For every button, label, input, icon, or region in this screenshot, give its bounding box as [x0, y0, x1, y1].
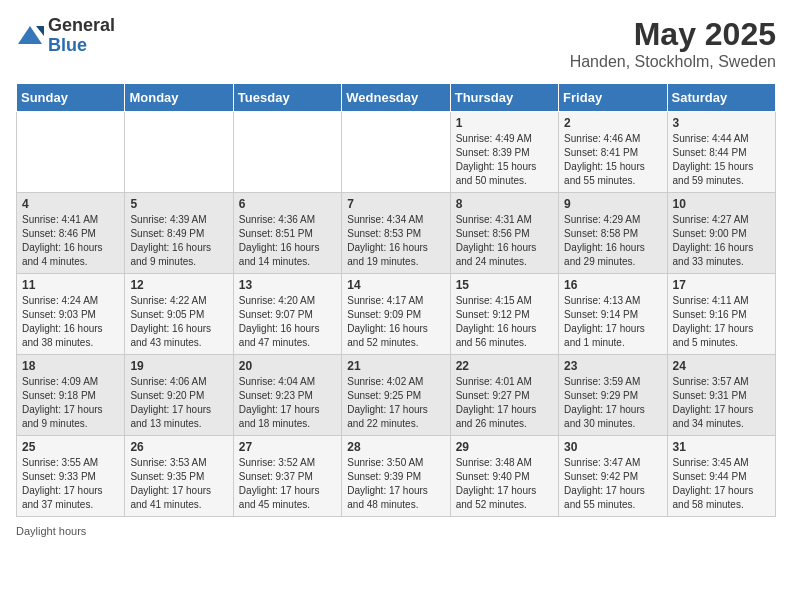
calendar-week-row: 4Sunrise: 4:41 AM Sunset: 8:46 PM Daylig… — [17, 193, 776, 274]
calendar-cell: 14Sunrise: 4:17 AM Sunset: 9:09 PM Dayli… — [342, 274, 450, 355]
logo-general-text: General — [48, 16, 115, 36]
day-number: 13 — [239, 278, 336, 292]
calendar-cell: 24Sunrise: 3:57 AM Sunset: 9:31 PM Dayli… — [667, 355, 775, 436]
day-number: 18 — [22, 359, 119, 373]
cell-content: Sunrise: 4:06 AM Sunset: 9:20 PM Dayligh… — [130, 375, 227, 431]
cell-content: Sunrise: 3:59 AM Sunset: 9:29 PM Dayligh… — [564, 375, 661, 431]
weekday-header-friday: Friday — [559, 84, 667, 112]
day-number: 3 — [673, 116, 770, 130]
calendar-cell: 25Sunrise: 3:55 AM Sunset: 9:33 PM Dayli… — [17, 436, 125, 517]
cell-content: Sunrise: 4:13 AM Sunset: 9:14 PM Dayligh… — [564, 294, 661, 350]
calendar-cell: 19Sunrise: 4:06 AM Sunset: 9:20 PM Dayli… — [125, 355, 233, 436]
weekday-header-row: SundayMondayTuesdayWednesdayThursdayFrid… — [17, 84, 776, 112]
title-block: May 2025 Handen, Stockholm, Sweden — [570, 16, 776, 71]
day-number: 14 — [347, 278, 444, 292]
weekday-header-saturday: Saturday — [667, 84, 775, 112]
weekday-header-monday: Monday — [125, 84, 233, 112]
calendar-cell: 13Sunrise: 4:20 AM Sunset: 9:07 PM Dayli… — [233, 274, 341, 355]
cell-content: Sunrise: 4:31 AM Sunset: 8:56 PM Dayligh… — [456, 213, 553, 269]
logo-icon — [16, 22, 44, 50]
cell-content: Sunrise: 4:36 AM Sunset: 8:51 PM Dayligh… — [239, 213, 336, 269]
calendar-cell: 16Sunrise: 4:13 AM Sunset: 9:14 PM Dayli… — [559, 274, 667, 355]
calendar-cell: 22Sunrise: 4:01 AM Sunset: 9:27 PM Dayli… — [450, 355, 558, 436]
calendar-cell: 1Sunrise: 4:49 AM Sunset: 8:39 PM Daylig… — [450, 112, 558, 193]
cell-content: Sunrise: 4:04 AM Sunset: 9:23 PM Dayligh… — [239, 375, 336, 431]
calendar-cell: 23Sunrise: 3:59 AM Sunset: 9:29 PM Dayli… — [559, 355, 667, 436]
day-number: 6 — [239, 197, 336, 211]
calendar-cell: 15Sunrise: 4:15 AM Sunset: 9:12 PM Dayli… — [450, 274, 558, 355]
calendar-cell — [233, 112, 341, 193]
location-title: Handen, Stockholm, Sweden — [570, 53, 776, 71]
day-number: 4 — [22, 197, 119, 211]
day-number: 28 — [347, 440, 444, 454]
calendar-week-row: 1Sunrise: 4:49 AM Sunset: 8:39 PM Daylig… — [17, 112, 776, 193]
calendar-table: SundayMondayTuesdayWednesdayThursdayFrid… — [16, 83, 776, 517]
cell-content: Sunrise: 4:15 AM Sunset: 9:12 PM Dayligh… — [456, 294, 553, 350]
day-number: 2 — [564, 116, 661, 130]
calendar-cell — [342, 112, 450, 193]
cell-content: Sunrise: 4:11 AM Sunset: 9:16 PM Dayligh… — [673, 294, 770, 350]
day-number: 22 — [456, 359, 553, 373]
day-number: 23 — [564, 359, 661, 373]
cell-content: Sunrise: 3:52 AM Sunset: 9:37 PM Dayligh… — [239, 456, 336, 512]
day-number: 21 — [347, 359, 444, 373]
month-title: May 2025 — [570, 16, 776, 53]
calendar-legend: Daylight hours — [16, 525, 776, 537]
cell-content: Sunrise: 4:20 AM Sunset: 9:07 PM Dayligh… — [239, 294, 336, 350]
calendar-cell: 12Sunrise: 4:22 AM Sunset: 9:05 PM Dayli… — [125, 274, 233, 355]
day-number: 8 — [456, 197, 553, 211]
day-number: 10 — [673, 197, 770, 211]
day-number: 20 — [239, 359, 336, 373]
calendar-week-row: 18Sunrise: 4:09 AM Sunset: 9:18 PM Dayli… — [17, 355, 776, 436]
day-number: 16 — [564, 278, 661, 292]
day-number: 15 — [456, 278, 553, 292]
cell-content: Sunrise: 4:09 AM Sunset: 9:18 PM Dayligh… — [22, 375, 119, 431]
page-header: General Blue May 2025 Handen, Stockholm,… — [16, 16, 776, 71]
calendar-cell: 29Sunrise: 3:48 AM Sunset: 9:40 PM Dayli… — [450, 436, 558, 517]
calendar-cell: 5Sunrise: 4:39 AM Sunset: 8:49 PM Daylig… — [125, 193, 233, 274]
cell-content: Sunrise: 4:29 AM Sunset: 8:58 PM Dayligh… — [564, 213, 661, 269]
cell-content: Sunrise: 4:34 AM Sunset: 8:53 PM Dayligh… — [347, 213, 444, 269]
cell-content: Sunrise: 4:46 AM Sunset: 8:41 PM Dayligh… — [564, 132, 661, 188]
calendar-cell: 9Sunrise: 4:29 AM Sunset: 8:58 PM Daylig… — [559, 193, 667, 274]
weekday-header-tuesday: Tuesday — [233, 84, 341, 112]
day-number: 24 — [673, 359, 770, 373]
cell-content: Sunrise: 4:24 AM Sunset: 9:03 PM Dayligh… — [22, 294, 119, 350]
calendar-cell — [125, 112, 233, 193]
day-number: 19 — [130, 359, 227, 373]
calendar-cell: 2Sunrise: 4:46 AM Sunset: 8:41 PM Daylig… — [559, 112, 667, 193]
cell-content: Sunrise: 3:50 AM Sunset: 9:39 PM Dayligh… — [347, 456, 444, 512]
day-number: 27 — [239, 440, 336, 454]
calendar-cell: 26Sunrise: 3:53 AM Sunset: 9:35 PM Dayli… — [125, 436, 233, 517]
calendar-cell: 30Sunrise: 3:47 AM Sunset: 9:42 PM Dayli… — [559, 436, 667, 517]
calendar-cell: 7Sunrise: 4:34 AM Sunset: 8:53 PM Daylig… — [342, 193, 450, 274]
calendar-cell: 28Sunrise: 3:50 AM Sunset: 9:39 PM Dayli… — [342, 436, 450, 517]
calendar-week-row: 11Sunrise: 4:24 AM Sunset: 9:03 PM Dayli… — [17, 274, 776, 355]
cell-content: Sunrise: 4:39 AM Sunset: 8:49 PM Dayligh… — [130, 213, 227, 269]
cell-content: Sunrise: 4:17 AM Sunset: 9:09 PM Dayligh… — [347, 294, 444, 350]
calendar-cell: 20Sunrise: 4:04 AM Sunset: 9:23 PM Dayli… — [233, 355, 341, 436]
calendar-cell — [17, 112, 125, 193]
cell-content: Sunrise: 3:55 AM Sunset: 9:33 PM Dayligh… — [22, 456, 119, 512]
day-number: 1 — [456, 116, 553, 130]
daylight-legend: Daylight hours — [16, 525, 86, 537]
weekday-header-thursday: Thursday — [450, 84, 558, 112]
calendar-cell: 6Sunrise: 4:36 AM Sunset: 8:51 PM Daylig… — [233, 193, 341, 274]
cell-content: Sunrise: 4:49 AM Sunset: 8:39 PM Dayligh… — [456, 132, 553, 188]
calendar-cell: 11Sunrise: 4:24 AM Sunset: 9:03 PM Dayli… — [17, 274, 125, 355]
cell-content: Sunrise: 3:47 AM Sunset: 9:42 PM Dayligh… — [564, 456, 661, 512]
calendar-body: 1Sunrise: 4:49 AM Sunset: 8:39 PM Daylig… — [17, 112, 776, 517]
weekday-header-wednesday: Wednesday — [342, 84, 450, 112]
calendar-cell: 18Sunrise: 4:09 AM Sunset: 9:18 PM Dayli… — [17, 355, 125, 436]
calendar-cell: 10Sunrise: 4:27 AM Sunset: 9:00 PM Dayli… — [667, 193, 775, 274]
calendar-cell: 21Sunrise: 4:02 AM Sunset: 9:25 PM Dayli… — [342, 355, 450, 436]
calendar-cell: 4Sunrise: 4:41 AM Sunset: 8:46 PM Daylig… — [17, 193, 125, 274]
day-number: 7 — [347, 197, 444, 211]
cell-content: Sunrise: 4:01 AM Sunset: 9:27 PM Dayligh… — [456, 375, 553, 431]
calendar-week-row: 25Sunrise: 3:55 AM Sunset: 9:33 PM Dayli… — [17, 436, 776, 517]
day-number: 26 — [130, 440, 227, 454]
day-number: 5 — [130, 197, 227, 211]
day-number: 11 — [22, 278, 119, 292]
cell-content: Sunrise: 4:41 AM Sunset: 8:46 PM Dayligh… — [22, 213, 119, 269]
day-number: 17 — [673, 278, 770, 292]
